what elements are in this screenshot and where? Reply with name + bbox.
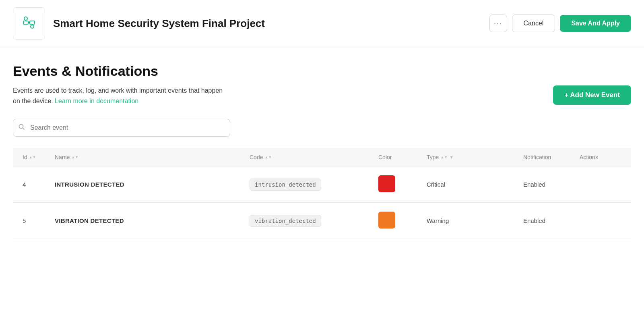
cell-code: vibration_detected <box>246 206 375 236</box>
description-line2: on the device. <box>13 98 53 104</box>
learn-more-link[interactable]: Learn more in documentation <box>55 98 138 104</box>
cell-color <box>375 166 423 202</box>
description-block: Events are used to track, log, and work … <box>13 85 223 106</box>
description-line1: Events are used to track, log, and work … <box>13 87 223 94</box>
table-header: Id ▲▼ Name ▲▼ Code ▲▼ Color Type ▲▼ ▼ <box>13 148 631 166</box>
page-wrapper: Smart Home Security System Final Project… <box>0 0 644 316</box>
sort-type-icon[interactable]: ▲▼ <box>440 155 448 159</box>
cell-type: Critical <box>423 172 520 197</box>
table-row: 5 VIBRATION DETECTED vibration_detected … <box>13 203 631 239</box>
svg-rect-1 <box>30 21 35 24</box>
sort-code-icon[interactable]: ▲▼ <box>264 155 272 159</box>
sort-id-icon[interactable]: ▲▼ <box>29 155 36 159</box>
page-title: Events & Notifications <box>13 63 631 79</box>
header: Smart Home Security System Final Project… <box>0 0 644 47</box>
col-header-notification: Notification <box>520 148 576 166</box>
table-row: 4 INTRUSION DETECTED intrusion_detected … <box>13 166 631 203</box>
svg-rect-0 <box>23 21 28 24</box>
search-input[interactable] <box>13 119 230 137</box>
logo-icon <box>20 14 38 33</box>
save-apply-button[interactable]: Save And Apply <box>560 15 631 32</box>
col-header-name: Name ▲▼ <box>52 148 246 166</box>
svg-point-3 <box>24 17 27 20</box>
filter-type-icon[interactable]: ▼ <box>449 155 454 160</box>
svg-line-8 <box>23 128 25 130</box>
table-body: 4 INTRUSION DETECTED intrusion_detected … <box>13 166 631 239</box>
svg-point-5 <box>31 25 34 28</box>
cell-id: 4 <box>19 172 52 197</box>
project-title: Smart Home Security System Final Project <box>53 17 265 30</box>
description-row: Events are used to track, log, and work … <box>13 85 631 106</box>
cell-name: VIBRATION DETECTED <box>52 208 246 233</box>
color-swatch <box>378 175 395 192</box>
header-actions: ··· Cancel Save And Apply <box>489 15 631 32</box>
col-header-color: Color <box>375 148 423 166</box>
more-button[interactable]: ··· <box>489 15 507 32</box>
cell-color <box>375 203 423 239</box>
add-new-event-button[interactable]: + Add New Event <box>553 85 631 105</box>
cell-notification: Enabled <box>520 172 576 197</box>
cell-actions <box>576 212 625 230</box>
cell-code: intrusion_detected <box>246 170 375 200</box>
events-table: Id ▲▼ Name ▲▼ Code ▲▼ Color Type ▲▼ ▼ <box>13 148 631 239</box>
sort-name-icon[interactable]: ▲▼ <box>71 155 78 159</box>
main-content: Events & Notifications Events are used t… <box>0 47 644 255</box>
col-header-type: Type ▲▼ ▼ <box>423 148 520 166</box>
cell-type: Warning <box>423 208 520 233</box>
color-swatch <box>378 212 395 229</box>
search-wrapper <box>13 119 230 137</box>
cell-actions <box>576 176 625 193</box>
col-header-id: Id ▲▼ <box>19 148 52 166</box>
search-icon <box>19 124 25 132</box>
code-badge: vibration_detected <box>250 215 321 227</box>
code-badge: intrusion_detected <box>250 179 321 191</box>
cell-notification: Enabled <box>520 208 576 233</box>
cancel-button[interactable]: Cancel <box>512 15 555 32</box>
cell-id: 5 <box>19 208 52 233</box>
col-header-code: Code ▲▼ <box>246 148 375 166</box>
cell-name: INTRUSION DETECTED <box>52 172 246 197</box>
description-text: Events are used to track, log, and work … <box>13 85 223 106</box>
logo-box <box>13 7 45 40</box>
header-left: Smart Home Security System Final Project <box>13 7 265 40</box>
col-header-actions: Actions <box>576 148 625 166</box>
